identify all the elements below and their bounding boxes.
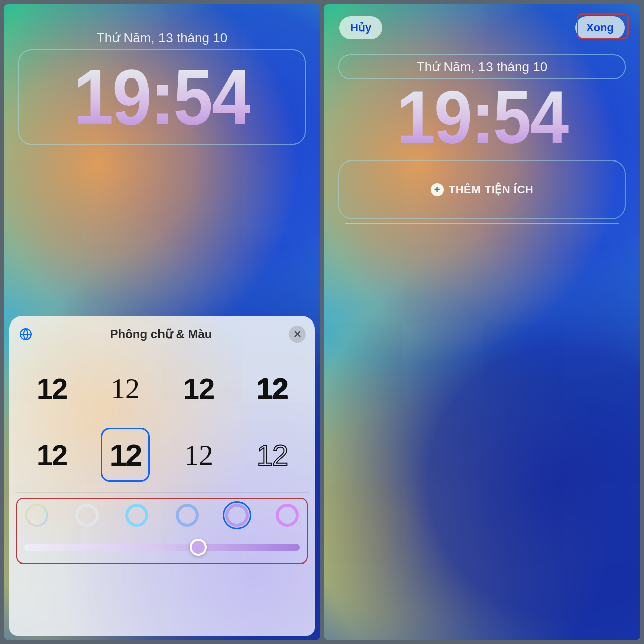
slider-track: [24, 544, 300, 551]
font-option-4[interactable]: 12: [248, 361, 297, 416]
color-swatch-2[interactable]: [125, 504, 148, 527]
font-option-2[interactable]: 12: [101, 361, 150, 416]
divider: [15, 492, 309, 493]
color-swatches: [22, 504, 302, 527]
color-swatch-dynamic[interactable]: [25, 504, 48, 527]
color-swatch-5[interactable]: [276, 504, 299, 527]
add-widgets-label: THÊM TIỆN ÍCH: [449, 183, 533, 196]
globe-icon[interactable]: [18, 327, 33, 342]
font-option-6[interactable]: 12: [101, 428, 150, 482]
slider-thumb[interactable]: [190, 539, 207, 556]
font-option-8[interactable]: 12: [248, 428, 297, 482]
cancel-button[interactable]: Hủy: [339, 16, 382, 39]
close-icon[interactable]: ✕: [289, 326, 306, 343]
font-option-7[interactable]: 12: [174, 428, 223, 482]
font-option-1[interactable]: 12: [27, 361, 76, 416]
done-button[interactable]: Xong: [575, 16, 625, 39]
clock-time: 19:54: [337, 79, 627, 155]
screenshot-right: Hủy Xong Thứ Năm, 13 tháng 10 19:54 THÊM…: [324, 4, 640, 640]
font-option-3[interactable]: 12: [174, 361, 223, 416]
color-slider[interactable]: [22, 540, 302, 555]
color-swatch-1[interactable]: [75, 504, 99, 527]
clock-time: 19:54: [74, 58, 251, 136]
separator-line: [345, 223, 619, 224]
font-color-sheet: Phông chữ & Màu ✕ 12 12 12 12 12 12 12 1…: [9, 316, 315, 636]
screenshot-left: Thứ Năm, 13 tháng 10 19:54 Phông chữ & M…: [4, 4, 320, 640]
color-swatch-3[interactable]: [176, 504, 199, 527]
font-grid: 12 12 12 12 12 12 12 12: [18, 358, 306, 485]
sheet-title: Phông chữ & Màu: [33, 327, 289, 341]
plus-circle-icon: [431, 183, 444, 196]
clock-widget[interactable]: 19:54: [18, 49, 306, 145]
font-option-5[interactable]: 12: [27, 428, 76, 482]
color-swatch-4[interactable]: [225, 504, 249, 527]
lockscreen-date: Thứ Năm, 13 tháng 10: [417, 59, 547, 75]
color-section-highlight: [16, 498, 308, 564]
lockscreen-date: Thứ Năm, 13 tháng 10: [4, 30, 320, 46]
add-widgets-box[interactable]: THÊM TIỆN ÍCH: [338, 160, 626, 219]
clock-widget[interactable]: 19:54: [324, 79, 640, 155]
